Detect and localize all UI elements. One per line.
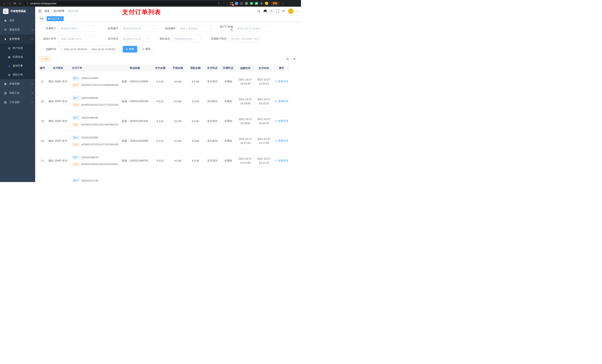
view-detail-link[interactable]: 查看详情 — [275, 139, 288, 143]
channel-order-no-input[interactable] — [58, 35, 94, 42]
sidebar-item-refund-order[interactable]: ▥ 退款订单 — [0, 70, 35, 79]
extension-badge: 10 — [232, 4, 234, 6]
target-icon: ◎ — [8, 64, 11, 67]
filter-label-channel-order-no: 渠道订单号 — [39, 37, 58, 41]
search-icon[interactable] — [257, 10, 260, 13]
sidebar-item-system[interactable]: ⚙ 系统管理 ▾ — [0, 25, 35, 34]
extension-blue-icon[interactable] — [235, 2, 238, 5]
breadcrumb-section[interactable]: 支付管理 — [54, 10, 64, 13]
filter-label-refund-status: 退款状态 — [156, 37, 172, 41]
hamburger-icon[interactable] — [38, 10, 42, 12]
chevron-down-icon: ▾ — [32, 92, 32, 94]
table-header: 编号 支付渠道 支付订单 商品标题 支付金额 手续金额 退款金额 支付状态 回调… — [39, 64, 290, 72]
refresh-table-icon[interactable]: ⟳ — [292, 56, 297, 62]
site-info-icon[interactable]: i — [26, 2, 29, 5]
pay-tag: 支付 — [72, 162, 80, 166]
pay-tag: 支付 — [72, 123, 80, 127]
clock-icon: ◷ — [60, 48, 63, 51]
reload-icon[interactable]: ⟳ — [12, 2, 17, 5]
forward-icon[interactable]: → — [7, 2, 12, 5]
reset-button[interactable]: ⟳ 重置 — [140, 46, 154, 52]
sidebar-item-home[interactable]: ◉ 首页 — [0, 16, 35, 25]
view-detail-link[interactable]: 查看详情 — [275, 119, 288, 123]
date-range-picker[interactable]: ◷ 2021-10-01 00:00:00 - 2021-10-31 23:59… — [58, 46, 119, 52]
filter-label-channel-code: 渠道编码 — [162, 27, 178, 30]
merchant-tag: 商户 — [72, 76, 80, 81]
extension-olive-icon[interactable] — [245, 2, 248, 5]
refund-status-select[interactable] — [172, 35, 203, 42]
merchant-tag: 商户 — [72, 116, 80, 120]
breadcrumb: 首页 / 支付管理 / 支付订单 — [44, 10, 78, 13]
browser-menu-icon[interactable]: ⋮ — [281, 2, 284, 5]
merchant-select[interactable] — [58, 25, 94, 32]
sidebar-item-devtools[interactable]: ▧ 研发工具 ▾ — [0, 88, 35, 98]
sidebar-item-infra[interactable]: ▣ 基础设施 ▾ — [0, 79, 35, 88]
share-icon[interactable]: ↥ — [218, 2, 220, 5]
chevron-down-icon: ▾ — [32, 83, 32, 85]
bookmark-star-icon[interactable]: ☆ — [223, 2, 225, 5]
pay-tag: 支付 — [72, 103, 80, 107]
github-icon[interactable] — [264, 10, 267, 13]
merchant-tag: 商户 — [72, 178, 80, 182]
active-dot — [48, 18, 50, 20]
export-button[interactable]: ↧ 导出 — [39, 56, 51, 62]
filter-label-pay-status: 支付状态 — [99, 37, 120, 41]
browser-update-button[interactable]: 更新 — [270, 1, 280, 6]
gear-icon: ⚙ — [4, 28, 7, 31]
font-size-icon[interactable]: TT — [282, 10, 285, 13]
monitor-icon: ▣ — [4, 82, 7, 85]
vue-devtools-icon[interactable]: V — [250, 2, 253, 5]
chevron-down-icon: ▾ — [32, 101, 32, 103]
card-icon: ▤ — [8, 47, 11, 50]
tab-home[interactable]: 首页 — [38, 16, 45, 21]
chevron-down-icon: ▾ — [32, 29, 32, 31]
pay-tag: 支付 — [72, 142, 80, 147]
pin-extension-icon[interactable] — [260, 2, 263, 5]
app-logo — [3, 9, 9, 14]
avatar-caret-icon[interactable]: ▾ — [297, 10, 298, 12]
view-detail-link[interactable]: 查看详情 — [275, 159, 288, 162]
home-icon[interactable]: ⌂ — [17, 2, 22, 5]
user-avatar[interactable] — [288, 8, 294, 14]
app-select[interactable] — [120, 25, 156, 32]
app-logo-row[interactable]: 芋道管理系统 — [0, 7, 35, 16]
pay-status-select[interactable] — [120, 35, 151, 42]
channel-code-input[interactable] — [178, 25, 212, 32]
url-text[interactable]: localhost:1024/pay/order — [30, 2, 56, 5]
chevron-up-icon: ▴ — [32, 38, 32, 40]
workflow-icon: ▨ — [4, 101, 7, 104]
sidebar: 芋道管理系统 ◉ 首页 ⚙ 系统管理 ▾ ¥ 支付管理 ▴ ▤ 商户信息 ▦ 应… — [0, 7, 35, 182]
breadcrumb-home[interactable]: 首页 — [44, 10, 50, 13]
fullscreen-icon[interactable] — [276, 10, 279, 13]
view-detail-link[interactable]: 查看详情 — [275, 100, 288, 103]
search-button[interactable]: 搜索 — [123, 46, 137, 52]
view-detail-link[interactable]: 查看详情 — [275, 80, 288, 83]
browser-profile-avatar[interactable] — [265, 2, 268, 5]
download-icon: ↧ — [41, 58, 43, 61]
sidebar-item-workflow[interactable]: ▨ 工作流程 ▾ — [0, 98, 35, 107]
notify-status-select[interactable] — [229, 35, 261, 42]
hide-search-icon[interactable] — [285, 56, 290, 62]
refresh-icon: ⟳ — [142, 48, 145, 51]
merchant-tag: 商户 — [72, 135, 80, 140]
tab-pay-order[interactable]: 支付订单 × — [47, 16, 64, 21]
dashboard-icon: ◉ — [4, 19, 7, 22]
sidebar-item-pay-order[interactable]: ◎ 支付订单 — [0, 62, 35, 70]
extension-dark-icon[interactable] — [240, 2, 243, 5]
help-icon[interactable]: ? — [270, 10, 273, 13]
close-tab-icon[interactable]: × — [61, 16, 62, 21]
app-header: 首页 / 支付管理 / 支付订单 支付订单列表 ? TT ▾ — [35, 7, 301, 16]
extension-grid-icon[interactable]: 10 — [230, 2, 233, 5]
back-icon[interactable]: ← — [2, 2, 7, 5]
filter-label-create-time: 创建时间 — [39, 48, 58, 51]
tool-icon: ▧ — [4, 91, 7, 95]
chat-extension-icon[interactable] — [255, 2, 258, 5]
page-content: 所属商户 应用编号 ▾ 渠道编码 ▾ — [35, 22, 301, 182]
address-bar[interactable]: i localhost:1024/pay/order ↥ ☆ — [24, 1, 227, 6]
table-row: 21 微信 JSAPI 支付 商户1635312124657 支付4200001… — [39, 72, 290, 92]
merchant-order-no-input[interactable] — [235, 25, 269, 32]
sidebar-item-app-info[interactable]: ▦ 应用信息 — [0, 52, 35, 62]
sidebar-item-payment[interactable]: ¥ 支付管理 ▴ — [0, 34, 35, 44]
table-row: 18 微信 JSAPI 支付 商户1635311823086 支付4200001… — [39, 131, 290, 151]
sidebar-item-merchant-info[interactable]: ▤ 商户信息 — [0, 44, 35, 52]
